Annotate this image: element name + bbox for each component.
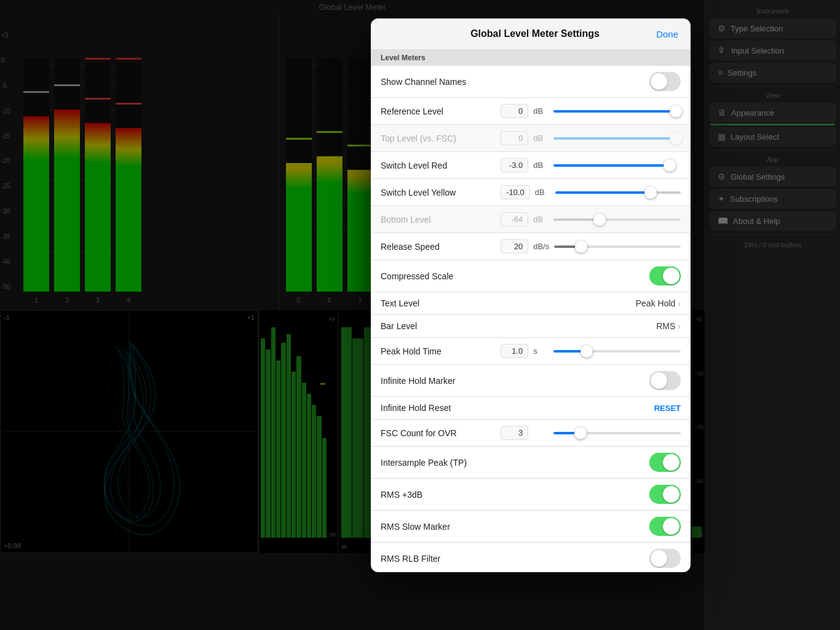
rms-slow-marker-row: RMS Slow Marker (371, 511, 691, 543)
show-channel-names-row: Show Channel Names (371, 66, 691, 98)
text-level-nav[interactable]: Peak Hold › (636, 298, 681, 308)
switch-level-red-row: Switch Level Red -3.0 dB (371, 152, 691, 179)
bar-level-row[interactable]: Bar Level RMS › (371, 315, 691, 338)
bar-level-value: RMS (656, 321, 675, 331)
rms-3db-toggle[interactable] (649, 485, 681, 504)
text-level-value: Peak Hold (636, 298, 676, 308)
release-speed-value[interactable]: 20 (501, 239, 528, 253)
switch-level-red-label: Switch Level Red (381, 161, 501, 170)
top-level-unit: dB (533, 134, 549, 143)
text-level-row[interactable]: Text Level Peak Hold › (371, 292, 691, 315)
switch-level-yellow-value[interactable]: -10.0 (501, 185, 530, 199)
rms-rlb-filter-row: RMS RLB Filter (371, 543, 691, 572)
bar-level-chevron: › (678, 321, 681, 331)
show-channel-names-toggle[interactable] (649, 72, 681, 91)
reference-level-value[interactable]: 0 (501, 104, 528, 118)
peak-hold-time-control: 1.0 s (501, 344, 681, 358)
switch-level-yellow-row: Switch Level Yellow -10.0 dB (371, 179, 691, 206)
peak-hold-time-unit: s (533, 346, 549, 356)
switch-level-red-value[interactable]: -3.0 (501, 158, 528, 172)
bottom-level-control: -64 dB (501, 212, 681, 226)
switch-level-yellow-label: Switch Level Yellow (381, 188, 501, 197)
modal-header: Global Level Meter Settings Done (371, 18, 691, 50)
bar-level-label: Bar Level (381, 321, 656, 331)
intersample-peak-label: Intersample Peak (TP) (381, 458, 649, 468)
modal-overlay: Global Level Meter Settings Done Level M… (0, 0, 840, 630)
bar-level-nav[interactable]: RMS › (656, 321, 681, 331)
infinite-hold-reset-label: Infinite Hold Reset (381, 403, 654, 413)
switch-level-red-unit: dB (533, 161, 549, 170)
compressed-scale-toggle[interactable] (649, 266, 681, 285)
fsc-count-control: 3 (501, 426, 681, 440)
reference-level-unit: dB (533, 106, 549, 116)
level-meters-section-header: Level Meters (371, 50, 691, 66)
reference-level-control: 0 dB (501, 104, 681, 118)
release-speed-label: Release Speed (381, 242, 501, 252)
reference-level-row: Reference Level 0 dB (371, 98, 691, 125)
release-speed-row: Release Speed 20 dB/s (371, 233, 691, 260)
switch-level-red-control: -3.0 dB (501, 158, 681, 172)
infinite-hold-reset-button[interactable]: RESET (654, 404, 681, 413)
infinite-hold-marker-toggle[interactable] (649, 371, 681, 390)
rms-3db-row: RMS +3dB (371, 479, 691, 511)
bottom-level-label: Bottom Level (381, 215, 501, 225)
rms-3db-label: RMS +3dB (381, 490, 649, 500)
switch-level-yellow-unit: dB (535, 188, 550, 197)
infinite-hold-reset-row: Infinite Hold Reset RESET (371, 397, 691, 420)
reference-level-label: Reference Level (381, 106, 501, 116)
text-level-label: Text Level (381, 298, 636, 308)
top-level-label: Top Level (vs. FSC) (381, 134, 501, 143)
peak-hold-time-value[interactable]: 1.0 (501, 344, 528, 358)
top-level-value: 0 (501, 131, 528, 145)
compressed-scale-label: Compressed Scale (381, 271, 649, 281)
intersample-peak-toggle[interactable] (649, 453, 681, 472)
infinite-hold-marker-row: Infinite Hold Marker (371, 365, 691, 397)
release-speed-control: 20 dB/s (501, 239, 681, 253)
rms-rlb-filter-toggle[interactable] (649, 549, 681, 568)
fsc-count-label: FSC Count for OVR (381, 428, 501, 438)
release-speed-unit: dB/s (533, 242, 549, 251)
bottom-level-value: -64 (501, 212, 528, 226)
settings-modal: Global Level Meter Settings Done Level M… (371, 18, 691, 572)
rms-slow-marker-label: RMS Slow Marker (381, 522, 649, 532)
infinite-hold-marker-label: Infinite Hold Marker (381, 376, 649, 386)
text-level-chevron: › (678, 298, 681, 308)
compressed-scale-row: Compressed Scale (371, 260, 691, 292)
bottom-level-unit: dB (533, 215, 549, 224)
top-level-control: 0 dB (501, 131, 681, 145)
top-level-row: Top Level (vs. FSC) 0 dB (371, 125, 691, 152)
peak-hold-time-row: Peak Hold Time 1.0 s (371, 338, 691, 365)
modal-done-button[interactable]: Done (656, 29, 678, 39)
modal-title: Global Level Meter Settings (470, 28, 600, 39)
rms-slow-marker-toggle[interactable] (649, 517, 681, 536)
peak-hold-time-label: Peak Hold Time (381, 346, 501, 356)
fsc-count-row: FSC Count for OVR 3 (371, 420, 691, 447)
rms-rlb-filter-label: RMS RLB Filter (381, 554, 649, 564)
switch-level-yellow-control: -10.0 dB (501, 185, 681, 199)
bottom-level-row: Bottom Level -64 dB (371, 206, 691, 233)
show-channel-names-label: Show Channel Names (381, 77, 649, 87)
intersample-peak-row: Intersample Peak (TP) (371, 447, 691, 479)
fsc-count-value[interactable]: 3 (501, 426, 528, 440)
